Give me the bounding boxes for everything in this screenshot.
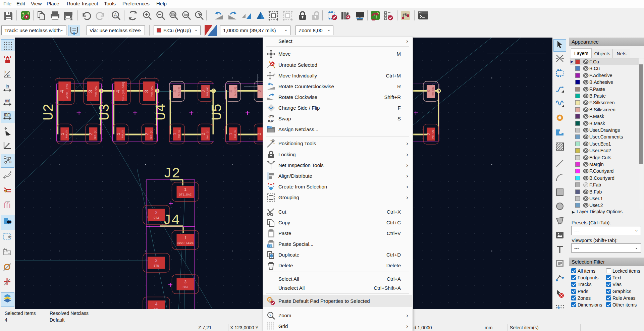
svg-text:4: 4 xyxy=(155,302,157,307)
svg-text:QT1_DAC: QT1_DAC xyxy=(179,193,192,197)
svg-text:3: 3 xyxy=(201,90,206,93)
svg-text:3: 3 xyxy=(88,90,94,93)
svg-text:θ: θ xyxy=(8,74,10,77)
svg-text:1: 1 xyxy=(173,133,177,135)
svg-text:Net-[U]: Net-[U] xyxy=(178,87,180,96)
svg-text:1: 1 xyxy=(184,187,186,192)
svg-text:PWR_5V: PWR_5V xyxy=(178,130,180,138)
svg-text:4: 4 xyxy=(229,90,233,93)
svg-text:3: 3 xyxy=(144,90,150,93)
svg-text:3: 3 xyxy=(184,280,186,285)
svg-text:1: 1 xyxy=(60,133,65,135)
svg-text:2: 2 xyxy=(427,133,431,135)
svg-text:2: 2 xyxy=(145,133,150,135)
svg-text:Net-[U]: Net-[U] xyxy=(150,129,153,139)
svg-text:2: 2 xyxy=(201,133,206,135)
svg-text:BTN: BTN xyxy=(154,264,159,268)
svg-text:2: 2 xyxy=(155,211,157,215)
svg-text:U3: U3 xyxy=(97,104,113,120)
svg-text:3: 3 xyxy=(257,90,262,93)
svg-text:ADDR_LEDS: ADDR_LEDS xyxy=(66,84,69,99)
svg-text:Net-[U2-DOU]: Net-[U2-DOU] xyxy=(122,82,125,101)
svg-text:3: 3 xyxy=(427,90,431,93)
svg-text:A: A xyxy=(269,115,271,119)
svg-text:PWR_GND: PWR_GND xyxy=(432,87,434,96)
svg-text:QT2: QT2 xyxy=(154,216,159,220)
svg-text:U5: U5 xyxy=(209,104,225,120)
svg-text:U4: U4 xyxy=(153,104,169,120)
svg-text:2: 2 xyxy=(89,133,94,135)
svg-text:A: A xyxy=(114,12,117,17)
svg-text:Net-[U]: Net-[U] xyxy=(207,129,209,139)
svg-text:PWR_GND: PWR_GND xyxy=(432,129,434,139)
svg-text:U2: U2 xyxy=(41,104,57,120)
svg-text:1: 1 xyxy=(184,236,186,240)
svg-text:in: in xyxy=(6,84,9,89)
svg-text:B: B xyxy=(271,119,273,122)
svg-text:1: 1 xyxy=(229,133,233,135)
svg-text:Net-[U]: Net-[U] xyxy=(234,87,237,96)
svg-text:PWR_5V: PWR_5V xyxy=(66,130,68,138)
svg-text:PWR_GND: PWR_GND xyxy=(207,87,209,96)
svg-text:4: 4 xyxy=(173,90,177,93)
svg-text:2: 2 xyxy=(257,133,262,135)
svg-text:4: 4 xyxy=(115,90,121,93)
svg-text:R42: R42 xyxy=(268,245,273,248)
svg-text:r: r xyxy=(5,70,6,73)
svg-text:ADDR_LEDS: ADDR_LEDS xyxy=(177,241,194,245)
svg-text:NET: NET xyxy=(268,126,273,128)
svg-text:PWR_5V: PWR_5V xyxy=(234,130,237,138)
svg-text:mil: mil xyxy=(5,98,10,102)
svg-text:PWR_GND: PWR_GND xyxy=(150,86,153,97)
svg-text:mm: mm xyxy=(4,112,11,117)
svg-text:4: 4 xyxy=(59,90,65,93)
svg-text:Net-[U]: Net-[U] xyxy=(94,129,97,139)
svg-text:2: 2 xyxy=(155,259,157,263)
svg-text:PWR_GND: PWR_GND xyxy=(94,86,97,97)
svg-text:PWR_5V: PWR_5V xyxy=(122,130,124,138)
svg-text:1: 1 xyxy=(116,133,121,135)
svg-text:SDA: SDA xyxy=(182,286,188,289)
